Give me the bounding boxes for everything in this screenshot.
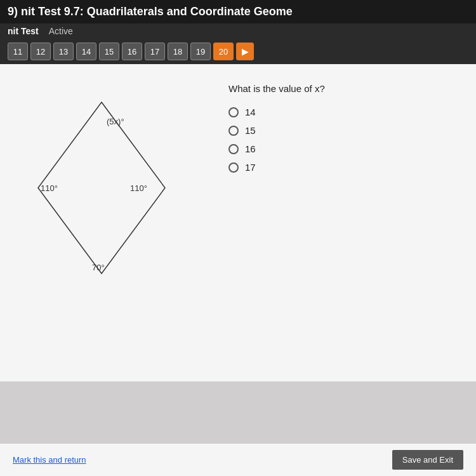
page-title: nit Test 9.7: Quadrilaterals and Coordin… — [21, 5, 293, 18]
test-subtitle: nit Test — [8, 26, 39, 36]
mark-return-link[interactable]: Mark this and return — [13, 455, 86, 465]
option-15[interactable]: 15 — [228, 125, 463, 136]
question-text: What is the value of x? — [228, 83, 463, 94]
navigation-bar: 11 12 13 14 15 16 17 18 19 20 ▶ — [0, 39, 476, 64]
page-header: 9) nit Test 9.7: Quadrilaterals and Coor… — [0, 0, 476, 23]
nav-btn-17[interactable]: 17 — [145, 43, 165, 60]
option-17-label: 17 — [245, 162, 256, 173]
nav-btn-11[interactable]: 11 — [8, 43, 28, 60]
geometry-area: (5x)° 110° 110° 70° — [13, 77, 216, 343]
top-angle-label: (5x)° — [107, 117, 124, 126]
radio-17[interactable] — [228, 162, 239, 173]
nav-btn-20[interactable]: 20 — [213, 43, 234, 60]
option-15-label: 15 — [245, 125, 256, 136]
nav-btn-15[interactable]: 15 — [99, 43, 119, 60]
option-16[interactable]: 16 — [228, 143, 463, 154]
question-number: 9) — [8, 5, 18, 18]
bottom-bar: Mark this and return Save and Exit — [0, 443, 476, 476]
left-angle-label: 110° — [41, 183, 58, 193]
option-14[interactable]: 14 — [228, 107, 463, 117]
right-angle-label: 110° — [130, 183, 147, 193]
status-badge: Active — [49, 26, 73, 36]
nav-btn-12[interactable]: 12 — [30, 43, 51, 60]
radio-14[interactable] — [228, 107, 239, 117]
radio-16[interactable] — [228, 144, 239, 154]
sub-header: nit Test Active — [0, 23, 476, 39]
save-exit-button[interactable]: Save and Exit — [392, 450, 463, 470]
nav-next-arrow[interactable]: ▶ — [236, 43, 254, 60]
nav-btn-14[interactable]: 14 — [76, 43, 96, 60]
option-14-label: 14 — [245, 107, 256, 117]
bottom-angle-label: 70° — [92, 263, 105, 272]
radio-15[interactable] — [228, 126, 239, 136]
nav-btn-18[interactable]: 18 — [168, 43, 188, 60]
option-16-label: 16 — [245, 143, 256, 154]
diamond-diagram: (5x)° 110° 110° 70° — [25, 89, 178, 286]
options-list: 14 15 16 17 — [228, 107, 463, 173]
nav-btn-16[interactable]: 16 — [122, 43, 142, 60]
nav-btn-19[interactable]: 19 — [190, 43, 211, 60]
nav-btn-13[interactable]: 13 — [53, 43, 74, 60]
main-content: (5x)° 110° 110° 70° What is the value of… — [0, 64, 476, 381]
question-area: What is the value of x? 14 15 16 17 — [228, 77, 463, 369]
option-17[interactable]: 17 — [228, 162, 463, 173]
